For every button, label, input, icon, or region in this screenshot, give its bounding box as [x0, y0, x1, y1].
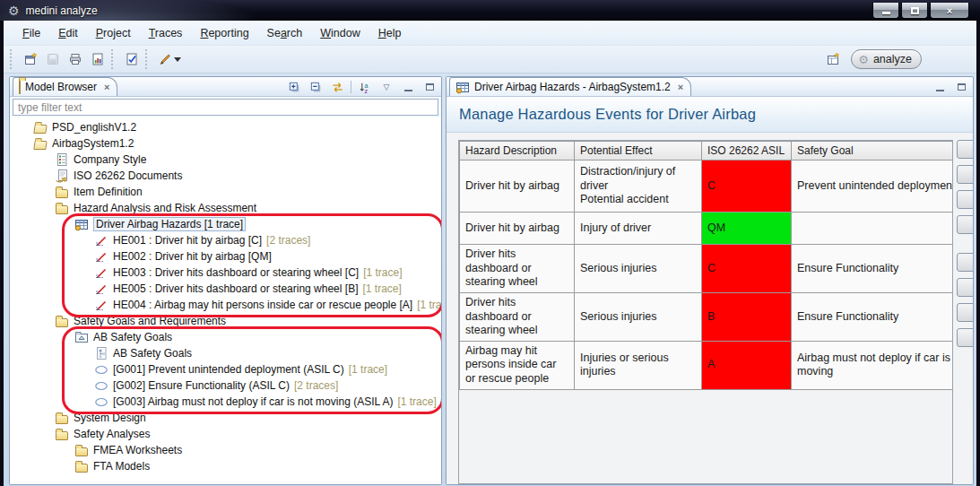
menu-edit[interactable]: Edit: [50, 24, 86, 42]
menu-traces[interactable]: Traces: [141, 24, 191, 42]
print-button[interactable]: [64, 48, 86, 70]
tree-item-g002[interactable]: [G002] Ensure Functionality (ASIL C)[2 t…: [10, 378, 441, 394]
menu-reporting[interactable]: Reporting: [192, 24, 256, 42]
tree-item-fmea-worksheets[interactable]: FMEA Worksheets: [10, 442, 441, 458]
asil-cell[interactable]: QM: [702, 213, 792, 245]
tree-item-ab-safety-goals-doc[interactable]: AB Safety Goals: [10, 345, 441, 361]
effect-cell[interactable]: Injury of driver: [575, 213, 702, 245]
tree-item-item-definition[interactable]: Item Definition: [10, 184, 441, 200]
hazard-table-icon: [74, 217, 89, 231]
tree-item-safety-analyses[interactable]: Safety Analyses: [10, 426, 441, 442]
requirements-doc-icon: [94, 346, 108, 360]
validate-button[interactable]: [120, 48, 143, 70]
col-potential-effect[interactable]: Potential Effect: [575, 142, 702, 161]
close-icon[interactable]: ×: [678, 82, 683, 92]
goal-cell[interactable]: Prevent unintended deployment: [792, 161, 954, 213]
side-button[interactable]: [957, 215, 974, 234]
hazard-cell[interactable]: Driver hit by airbag: [460, 213, 575, 245]
side-button[interactable]: [957, 140, 974, 159]
goal-cell[interactable]: Airbag must not deploy if car is not mov…: [792, 341, 954, 389]
collapse-all-button[interactable]: [308, 79, 324, 95]
tree-item-safety-goals-requirements[interactable]: Safety Goals and Requirements: [10, 313, 441, 329]
tree-item-ab-safety-goals-package[interactable]: AB Safety Goals: [10, 329, 441, 345]
tree-item-company-style[interactable]: Company Style: [10, 152, 441, 168]
asil-cell[interactable]: B: [702, 292, 792, 341]
col-hazard-description[interactable]: Hazard Description: [460, 142, 575, 161]
trace-pen-button[interactable]: [154, 48, 185, 70]
tree-item-he002[interactable]: HE002 : Driver hit by airbag [QM]: [10, 248, 441, 265]
window-close-button[interactable]: ×: [930, 3, 969, 19]
side-button[interactable]: [957, 190, 974, 209]
tree-item-driver-airbag-hazards[interactable]: Driver Airbag Hazards [1 trace]: [10, 216, 441, 232]
hazard-cell[interactable]: Driver hit by airbag: [460, 161, 575, 213]
trace-count: [1 trace]: [397, 395, 436, 408]
folder-icon: [55, 314, 69, 328]
view-menu-button[interactable]: ▽: [378, 79, 395, 95]
tree-item-psd-project[interactable]: PSD_englishV1.2: [10, 119, 441, 135]
side-button[interactable]: [957, 303, 974, 322]
tree-item-g001[interactable]: [G001] Prevent unintended deployment (AS…: [10, 361, 441, 378]
filter-input[interactable]: [13, 99, 438, 116]
asil-cell[interactable]: C: [702, 161, 792, 213]
hazard-event-icon: [94, 249, 108, 264]
asil-cell[interactable]: C: [702, 245, 792, 293]
new-wizard-button[interactable]: [19, 48, 41, 70]
effect-cell[interactable]: Serious injuries: [575, 292, 702, 341]
minimize-view-button[interactable]: [932, 79, 948, 95]
hazard-cell[interactable]: Airbag may hit persons inside car or res…: [460, 341, 575, 389]
menu-file[interactable]: File: [14, 24, 48, 42]
menu-window[interactable]: Window: [312, 24, 368, 42]
report-button[interactable]: [86, 48, 108, 70]
tree-item-iso-documents[interactable]: ISO 26262 Documents: [10, 168, 441, 184]
table-header-row: Hazard Description Potential Effect ISO …: [460, 142, 954, 161]
close-icon[interactable]: ×: [104, 82, 109, 92]
tab-model-browser[interactable]: Model Browser ×: [13, 77, 117, 96]
goal-cell[interactable]: Ensure Functionality: [792, 292, 954, 341]
tree-item-airbag-project[interactable]: AirbagSystem1.2: [10, 135, 441, 152]
folder-open-icon: [33, 120, 48, 135]
tree-item-label: HE001 : Driver hit by airbag [C]: [113, 234, 262, 247]
tree-item-label: PSD_englishV1.2: [52, 121, 136, 134]
side-button[interactable]: [957, 165, 974, 184]
side-button[interactable]: [957, 253, 974, 272]
effect-cell[interactable]: Serious injuries: [575, 245, 702, 293]
expand-all-button[interactable]: [286, 79, 302, 95]
asil-cell[interactable]: A: [702, 341, 792, 389]
open-perspective-button[interactable]: [821, 48, 844, 70]
effect-cell[interactable]: Distraction/injury of driver Potential a…: [575, 161, 702, 213]
tree-item-fta-models[interactable]: FTA Models: [10, 458, 441, 474]
tree-item-he003[interactable]: HE003 : Driver hits dashboard or stearin…: [10, 265, 441, 281]
col-iso-asil[interactable]: ISO 26262 ASIL: [702, 142, 792, 161]
sort-button[interactable]: az: [357, 79, 373, 95]
effect-cell[interactable]: Injuries or serious injuries: [575, 341, 702, 389]
side-button[interactable]: [957, 328, 974, 347]
goal-cell[interactable]: Ensure Functionality: [792, 245, 954, 293]
menu-help[interactable]: Help: [370, 24, 410, 42]
goal-icon: [94, 362, 108, 377]
workbench-area: Model Browser × az ▽ PSD_englishV1.2 Air…: [4, 74, 976, 486]
window-minimize-button[interactable]: [872, 3, 899, 19]
tree-item-system-design[interactable]: System Design: [10, 410, 441, 426]
menu-project[interactable]: Project: [88, 24, 139, 42]
side-button[interactable]: [957, 278, 974, 297]
window-maximize-button[interactable]: [901, 3, 928, 19]
maximize-view-button[interactable]: [953, 79, 969, 95]
tree-item-hara[interactable]: Hazard Analysis and Risk Assessment: [10, 200, 441, 216]
tab-driver-airbag-hazards[interactable]: Driver Airbag Hazards - AirbagSystem1.2 …: [449, 77, 691, 96]
tree-item-g003[interactable]: [G003] Airbag must not deploy if car is …: [10, 394, 441, 410]
hazard-cell[interactable]: Driver hits dashboard or stearing wheel: [460, 245, 575, 293]
goal-cell[interactable]: [792, 213, 954, 245]
save-button[interactable]: [41, 48, 64, 70]
maximize-view-button[interactable]: [421, 79, 438, 95]
tree-item-he005[interactable]: HE005 : Driver hits dashboard or stearin…: [10, 281, 441, 297]
hazard-cell[interactable]: Driver hits dashboard or stearing wheel: [460, 292, 575, 341]
col-safety-goal[interactable]: Safety Goal: [792, 142, 954, 161]
trace-count: [2 traces]: [294, 379, 338, 392]
tree-item-he001[interactable]: HE001 : Driver hit by airbag [C][2 trace…: [10, 232, 441, 248]
link-with-editor-button[interactable]: [329, 79, 345, 95]
menu-search[interactable]: Search: [259, 24, 311, 42]
analyze-perspective-button[interactable]: ⚙ analyze: [851, 49, 922, 69]
tree-item-he004[interactable]: HE004 : Airbag may hit persons inside ca…: [10, 297, 441, 313]
minimize-view-button[interactable]: [400, 79, 416, 95]
goal-icon: [94, 378, 108, 393]
